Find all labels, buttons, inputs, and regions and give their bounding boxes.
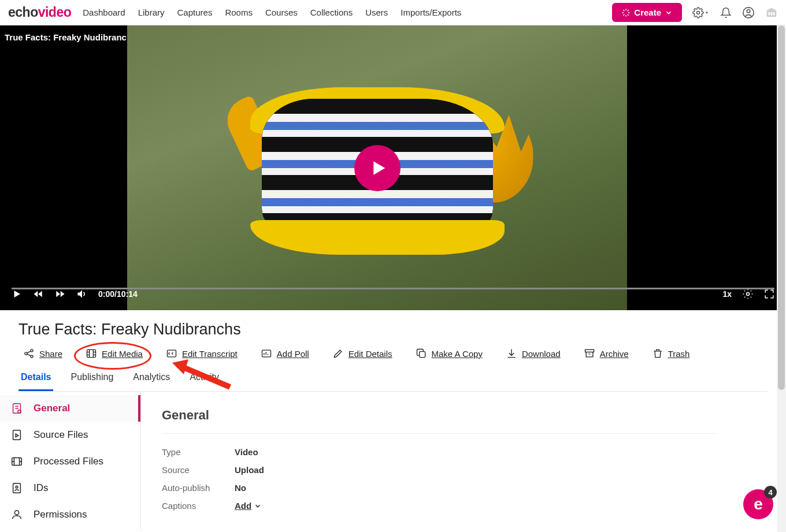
nav-dashboard[interactable]: Dashboard [83,8,125,17]
filmstrip-icon [10,455,23,468]
page-scrollbar[interactable] [777,25,786,532]
institution-icon[interactable] [765,6,778,19]
svg-rect-30 [262,350,270,357]
trash-label: Trash [668,349,690,359]
nav-imports-exports[interactable]: Imports/Exports [401,8,461,17]
svg-marker-41 [16,434,18,437]
chevron-down-icon [254,502,262,510]
svg-point-49 [14,511,18,515]
account-icon[interactable] [742,6,755,19]
play-button[interactable] [354,145,401,191]
details-pane: General Type Video Source Upload Auto-pu… [141,392,786,531]
kv-source: Source Upload [162,461,765,479]
tab-publishing[interactable]: Publishing [68,367,116,391]
doc-info-icon [10,402,23,415]
svg-marker-10 [34,291,38,297]
nav-courses[interactable]: Courses [265,8,298,17]
edit-details-action[interactable]: Edit Details [332,348,392,359]
download-action[interactable]: Download [506,348,561,359]
media-title: True Facts: Freaky Nudibranchs [18,321,768,338]
svg-point-15 [747,293,750,296]
brand-logo[interactable]: echovideo [8,5,71,20]
kv-autopublish-val: No [235,483,246,493]
svg-marker-11 [38,291,42,297]
sidebar-label-processed-files: Processed Files [34,456,103,467]
quote-icon [166,348,177,359]
video-player-region: True Facts: Freaky Nudibranchs 0:00/10:1… [0,25,786,310]
svg-marker-12 [56,291,60,297]
edit-media-label: Edit Media [102,349,143,359]
svg-rect-22 [87,349,96,357]
edit-media-action[interactable]: Edit Media [86,348,143,359]
kv-captions-add[interactable]: Add [235,501,262,511]
player-controls: 0:00/10:14 1x [0,278,786,310]
play-control[interactable] [12,289,22,299]
nav-users[interactable]: Users [365,8,388,17]
tab-activity[interactable]: Activity [187,367,221,391]
share-label: Share [39,349,62,359]
kv-autopublish: Auto-publish No [162,479,765,497]
kv-source-key: Source [162,465,235,475]
volume-control[interactable] [76,288,88,300]
sidebar-item-ids[interactable]: IDs [0,475,140,501]
archive-action[interactable]: Archive [584,348,629,359]
svg-point-0 [697,11,700,14]
trash-icon [652,348,663,359]
edit-details-label: Edit Details [348,349,392,359]
sidebar-label-general: General [34,403,70,414]
svg-rect-6 [771,12,773,16]
media-tabs: Details Publishing Analytics Activity [18,367,768,392]
pencil-icon [332,348,344,359]
nav-collections[interactable]: Collections [310,8,353,17]
sidebar-label-source-files: Source Files [34,429,88,441]
copy-icon [416,348,427,359]
kv-type-key: Type [162,447,235,457]
film-icon [86,348,97,359]
tab-details[interactable]: Details [18,367,53,391]
media-actions-row: Share Edit Media Edit Transcript Add Pol… [23,348,768,359]
archive-label: Archive [600,349,629,359]
poll-icon [261,348,272,359]
edit-transcript-action[interactable]: Edit Transcript [166,348,238,359]
sidebar-item-general[interactable]: General [0,395,140,422]
kv-type-val: Video [235,447,258,457]
rewind-control[interactable] [32,289,44,299]
top-nav: Dashboard Library Captures Rooms Courses… [83,8,612,17]
sidebar-item-permissions[interactable]: Permissions [0,501,140,528]
download-label: Download [522,349,561,359]
divider [162,433,717,434]
svg-rect-7 [773,12,775,16]
add-poll-action[interactable]: Add Poll [261,348,309,359]
svg-point-48 [16,486,18,488]
tab-analytics[interactable]: Analytics [131,367,172,391]
svg-line-21 [27,354,31,356]
kv-source-val: Upload [235,465,264,475]
nav-rooms[interactable]: Rooms [225,8,253,17]
download-icon [506,348,517,359]
fullscreen-icon[interactable] [764,289,774,299]
nav-library[interactable]: Library [138,8,165,17]
sidebar-label-ids: IDs [34,482,49,494]
nav-captures[interactable]: Captures [177,8,213,17]
video-frame[interactable] [127,25,627,310]
sidebar-item-processed-files[interactable]: Processed Files [0,448,140,475]
player-settings-icon[interactable] [742,288,754,300]
settings-gear-icon[interactable] [692,7,710,18]
trash-action[interactable]: Trash [652,348,690,359]
playback-speed[interactable]: 1x [722,289,732,299]
chat-launcher[interactable]: e 4 [743,489,773,519]
create-label: Create [634,8,661,17]
create-button[interactable]: Create [612,3,682,22]
share-action[interactable]: Share [23,348,62,359]
file-video-icon [10,429,23,441]
sidebar-item-source-files[interactable]: Source Files [0,422,140,448]
notifications-bell-icon[interactable] [720,7,732,18]
details-sidebar: General Source Files Processed Files IDs… [0,392,141,531]
chat-badge: 4 [764,486,777,498]
svg-rect-5 [769,12,770,16]
kv-captions: Captions Add [162,497,765,515]
forward-control[interactable] [54,289,66,299]
make-copy-action[interactable]: Make A Copy [416,348,483,359]
svg-point-3 [747,9,750,13]
time-display: 0:00/10:14 [98,289,138,299]
